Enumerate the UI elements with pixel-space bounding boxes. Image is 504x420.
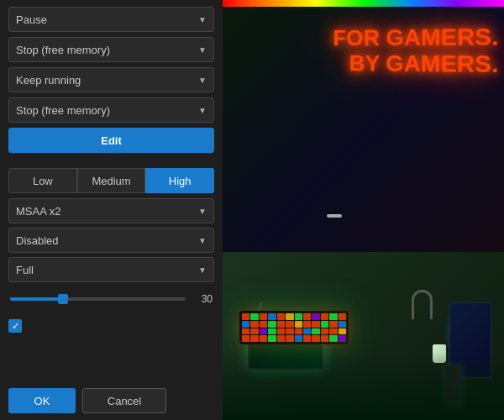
slider-value: 30 [192,293,213,305]
key [286,328,293,335]
key [303,328,311,335]
key [321,328,328,335]
dropdown-msaa-label: MSAA x2 [16,205,60,218]
cancel-button[interactable]: Cancel [82,388,166,413]
dropdown-full[interactable]: Full ▼ [8,257,214,282]
key [303,335,311,342]
key [312,313,319,320]
dropdown-stop-free-arrow: ▼ [198,45,207,55]
dropdown-stop-free-label: Stop (free memory) [16,44,110,56]
key [242,313,249,320]
key [321,335,328,342]
key [250,328,258,335]
key [339,321,346,328]
dropdown-pause-label: Pause [16,13,47,26]
dropdown-disabled[interactable]: Disabled ▼ [8,228,214,253]
key [329,328,337,335]
dropdown-keep-running-arrow: ▼ [198,76,207,85]
key [277,335,285,342]
dropdown-keep-running[interactable]: Keep running ▼ [8,67,214,92]
key [260,335,267,342]
cup-container [328,214,342,218]
settings-area: MSAA x2 ▼ Disabled ▼ Full ▼ [8,198,214,282]
dropdown-pause[interactable]: Pause ▼ [8,7,214,32]
key [242,335,249,342]
dropdown-stop-free2[interactable]: Stop (free memory) ▼ [8,97,214,123]
key [295,328,302,335]
key [339,335,346,342]
key [277,328,285,335]
slider-track[interactable] [10,297,186,301]
checkbox[interactable]: ✓ [8,319,22,333]
dropdown-stop-free2-label: Stop (free memory) [16,104,110,117]
quality-high-button[interactable]: High [145,168,214,193]
key [339,313,346,320]
dropdown-stop-free[interactable]: Stop (free memory) ▼ [8,37,214,62]
key [268,335,276,342]
gaming-background: FOR GAMERS. BY GAMERS. [223,0,504,420]
dropdown-pause-arrow: ▼ [198,15,207,24]
key [260,313,267,320]
checkbox-row: ✓ [8,316,214,336]
dropdown-msaa[interactable]: MSAA x2 ▼ [8,198,214,223]
key [242,328,249,335]
dropdown-full-label: Full [16,264,34,276]
neon-line1: FOR GAMERS. [333,24,499,51]
dropdown-msaa-arrow: ▼ [198,207,207,216]
key [286,335,293,342]
right-panel: FOR GAMERS. BY GAMERS. [223,0,504,420]
rainbow-bar [223,0,504,7]
key [295,321,302,328]
key [295,313,302,320]
slider-row: 30 [8,287,214,311]
key [295,335,302,342]
edit-button[interactable]: Edit [8,128,214,153]
floor-glow [223,353,504,420]
key [312,321,319,328]
key [277,313,285,320]
bottom-buttons: OK Cancel [8,381,214,413]
key [268,321,276,328]
key [321,313,328,320]
check-icon: ✓ [12,321,19,332]
quality-selector: Low Medium High [8,168,214,193]
dropdown-disabled-arrow: ▼ [198,236,207,245]
key [242,321,249,328]
key [268,313,276,320]
key [286,321,293,328]
key [339,328,346,335]
key [250,313,258,320]
key [268,328,276,335]
key [329,321,337,328]
keyboard [239,311,349,344]
quality-medium-button[interactable]: Medium [77,168,146,193]
key [260,321,267,328]
quality-low-button[interactable]: Low [8,168,77,193]
desk-surface [223,252,504,420]
key [277,321,285,328]
dropdown-full-arrow: ▼ [198,265,207,275]
left-panel: Pause ▼ Stop (free memory) ▼ Keep runnin… [0,0,223,420]
key [312,328,319,335]
key [312,335,319,342]
neon-sign: FOR GAMERS. BY GAMERS. [333,24,499,78]
key [286,313,293,320]
cup-rim [327,214,342,218]
key [303,313,311,320]
key [329,335,337,342]
headset [412,290,433,319]
neon-line2: BY GAMERS. [333,51,499,78]
slider-fill [10,297,63,301]
key [321,321,328,328]
key [250,335,258,342]
key [303,321,311,328]
dropdown-keep-running-label: Keep running [16,74,81,87]
ok-button[interactable]: OK [8,388,76,413]
dropdown-disabled-label: Disabled [16,234,59,247]
slider-thumb[interactable] [58,294,68,304]
key [329,313,337,320]
dropdown-stop-free2-arrow: ▼ [198,106,207,115]
key [250,321,258,328]
key [260,328,267,335]
